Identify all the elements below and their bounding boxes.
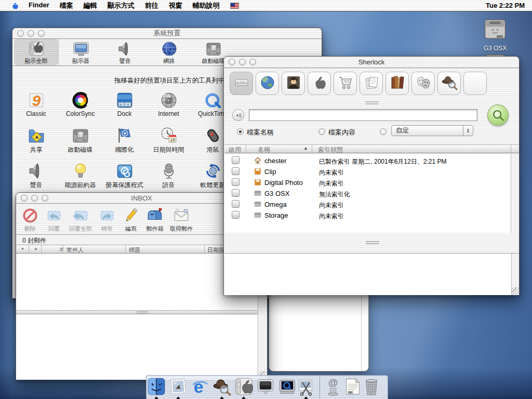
table-row[interactable]: Clip尚未索引	[224, 166, 519, 177]
pref-dockpref[interactable]: Dock	[102, 90, 147, 125]
enable-checkbox[interactable]	[232, 189, 240, 197]
menu-item-3[interactable]: 顯示方式	[102, 1, 140, 10]
menu-item-2[interactable]: 編輯	[78, 1, 102, 10]
message-list[interactable]	[16, 254, 259, 310]
resize-grip[interactable]	[511, 287, 518, 295]
menu-item-6[interactable]: 輔助說明	[188, 1, 225, 10]
splitter[interactable]	[16, 310, 259, 314]
channel-people[interactable]	[282, 72, 305, 95]
table-row[interactable]: Digital Photo尚未索引	[224, 177, 519, 188]
column-name[interactable]: 名稱	[258, 145, 270, 154]
mail-column-1[interactable]: ▲	[34, 246, 38, 251]
apple-menu-icon[interactable]	[0, 1, 23, 10]
drag-handle[interactable]	[365, 101, 379, 104]
radio-contents[interactable]	[318, 128, 325, 135]
mail-toolbar-compose[interactable]: 編寫	[119, 205, 143, 233]
desktop-icon-g3osx[interactable]: G3 OSX	[476, 17, 514, 52]
enable-checkbox[interactable]	[232, 178, 240, 186]
mail-column-4[interactable]: 標題	[129, 246, 140, 254]
sysprefs-toolbar-showall[interactable]: 顯示全部	[14, 39, 58, 65]
pref-internetpref[interactable]: @Internet	[147, 90, 191, 125]
scrollbar[interactable]	[511, 154, 518, 233]
zoom-button[interactable]	[249, 59, 256, 65]
enable-checkbox[interactable]	[232, 200, 240, 208]
pref-classic[interactable]: 9Classic	[14, 90, 58, 125]
dock-at-link[interactable]: @	[323, 378, 343, 397]
enable-checkbox[interactable]	[232, 156, 240, 164]
dock-trash[interactable]	[362, 378, 381, 397]
close-button[interactable]	[229, 59, 235, 65]
sort-asc-icon[interactable]: ▲	[303, 145, 308, 151]
sysprefs-toolbar-display[interactable]: 顯示器	[59, 39, 103, 65]
minimize-button[interactable]	[28, 30, 34, 37]
column-on[interactable]: 啟用	[229, 145, 241, 154]
mail-toolbar-getmail[interactable]: 取得郵件	[167, 205, 196, 233]
dock-sherlock[interactable]	[212, 378, 232, 397]
table-row[interactable]: G3 OSX無法索引化	[224, 188, 519, 199]
menu-item-4[interactable]: 前往	[140, 1, 164, 10]
enable-checkbox[interactable]	[232, 211, 240, 219]
custom-select[interactable]: 自定 ▲▼	[391, 125, 473, 136]
dock-quicktime-player[interactable]	[277, 378, 297, 397]
mail-column-0[interactable]: ●	[21, 246, 24, 251]
dock-system-preferences[interactable]	[234, 378, 254, 397]
sysprefs-toolbar-netglobe[interactable]: 網路	[147, 39, 191, 65]
channel-reference[interactable]	[385, 72, 409, 95]
pref-datetime[interactable]: 18日期與時間	[147, 125, 191, 161]
mail-column-5[interactable]: 日期與	[207, 246, 224, 254]
menu-item-5[interactable]: 視窗	[164, 1, 188, 10]
pref-speaker[interactable]: 聲音	[14, 161, 58, 196]
channel-news[interactable]	[360, 72, 383, 95]
menu-item-1[interactable]: 檔案	[55, 1, 78, 10]
table-row[interactable]: Omega尚未索引	[224, 199, 519, 210]
channel-mychannel[interactable]	[437, 72, 461, 95]
channel-internet[interactable]	[256, 72, 279, 95]
dock-internet-explorer[interactable]: e	[190, 378, 210, 397]
pref-intl[interactable]: 國際化	[102, 125, 147, 161]
dock-finder[interactable]	[147, 378, 166, 397]
search-button[interactable]	[487, 104, 509, 126]
zoom-button[interactable]	[42, 195, 48, 202]
mail-toolbar-mailbox[interactable]: 郵件箱	[143, 205, 167, 233]
speakable-button[interactable]	[232, 109, 244, 121]
menu-item-app[interactable]: Finder	[23, 1, 55, 10]
mail-toolbar-delete[interactable]: 刪除	[18, 205, 42, 233]
input-menu-flag-icon[interactable]	[230, 3, 239, 9]
mail-toolbar-reply[interactable]: 回覆	[42, 205, 66, 233]
close-button[interactable]	[21, 195, 28, 202]
radio-custom[interactable]	[380, 128, 387, 135]
pref-diskq[interactable]: ?啟動磁碟	[58, 125, 102, 161]
dock-mail[interactable]	[168, 378, 188, 397]
channel-shopping[interactable]	[334, 72, 357, 95]
zoom-button[interactable]	[38, 30, 45, 37]
channel-files[interactable]	[230, 72, 253, 95]
sherlock-titlebar[interactable]: Sherlock	[224, 57, 519, 68]
radio-file-names[interactable]	[237, 128, 244, 135]
minimize-button[interactable]	[31, 195, 38, 202]
enable-checkbox[interactable]	[232, 167, 240, 175]
table-row[interactable]: Storage尚未索引	[224, 210, 519, 221]
dock-grab[interactable]	[296, 378, 316, 397]
menu-clock[interactable]: Tue 2:22 PM	[486, 2, 525, 9]
channel-empty[interactable]	[463, 72, 487, 95]
channel-apple[interactable]	[308, 72, 331, 95]
mail-column-3[interactable]: 寄件人	[66, 246, 84, 254]
dock-display[interactable]	[256, 378, 275, 397]
mail-toolbar-replyall[interactable]: 回覆全部	[66, 205, 95, 233]
dock-document[interactable]	[343, 378, 363, 397]
table-row[interactable]: chester已製作索引 星期二, 2001年6月12日、2:21 PM	[224, 155, 519, 166]
search-input[interactable]	[249, 109, 477, 121]
pref-screensaver[interactable]: 螢幕保護程式	[102, 161, 147, 196]
channel-entertainment[interactable]	[411, 72, 435, 95]
drag-handle[interactable]	[366, 241, 379, 244]
column-status[interactable]: 索引狀態	[318, 145, 343, 154]
pref-bulb[interactable]: 能源節約器	[58, 161, 102, 196]
minimize-button[interactable]	[239, 59, 246, 65]
pref-sharing[interactable]: 共享	[14, 125, 58, 161]
pref-colorsync[interactable]: ColorSync	[58, 90, 102, 125]
sysprefs-titlebar[interactable]: 系統預置	[12, 28, 322, 39]
mail-toolbar-forward[interactable]: 轉寄	[95, 205, 119, 233]
sysprefs-toolbar-speaker[interactable]: 聲音	[103, 39, 147, 65]
pref-mic[interactable]: 語音	[147, 161, 191, 196]
close-button[interactable]	[17, 30, 24, 37]
